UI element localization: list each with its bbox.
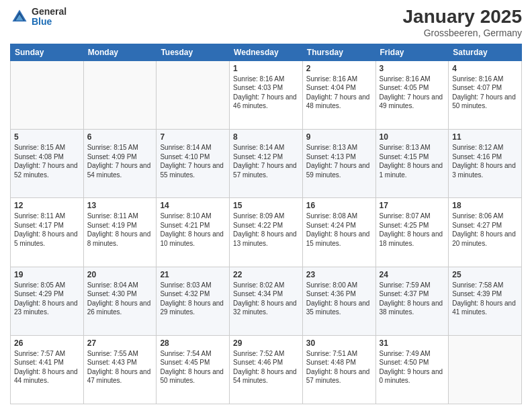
calendar-cell: 10Sunrise: 8:13 AM Sunset: 4:15 PM Dayli… (375, 130, 449, 198)
day-number: 18 (452, 201, 518, 210)
day-info: Sunrise: 8:11 AM Sunset: 4:17 PM Dayligh… (14, 212, 80, 248)
day-info: Sunrise: 7:54 AM Sunset: 4:45 PM Dayligh… (160, 349, 226, 385)
day-info: Sunrise: 8:00 AM Sunset: 4:36 PM Dayligh… (306, 281, 372, 317)
location-subtitle: Grossbeeren, Germany (403, 28, 522, 38)
day-info: Sunrise: 8:02 AM Sunset: 4:34 PM Dayligh… (233, 281, 299, 317)
day-number: 12 (14, 201, 80, 210)
day-number: 30 (306, 338, 372, 348)
calendar-cell: 26Sunrise: 7:57 AM Sunset: 4:41 PM Dayli… (11, 335, 84, 404)
calendar-table: Sunday Monday Tuesday Wednesday Thursday… (10, 44, 522, 404)
calendar-cell: 16Sunrise: 8:08 AM Sunset: 4:24 PM Dayli… (302, 198, 375, 267)
calendar-cell: 8Sunrise: 8:14 AM Sunset: 4:12 PM Daylig… (230, 130, 303, 198)
day-info: Sunrise: 8:16 AM Sunset: 4:05 PM Dayligh… (380, 75, 445, 111)
header-sunday: Sunday (11, 44, 84, 60)
day-info: Sunrise: 8:15 AM Sunset: 4:08 PM Dayligh… (14, 143, 80, 179)
title-section: January 2025 Grossbeeren, Germany (403, 7, 522, 38)
calendar-cell: 18Sunrise: 8:06 AM Sunset: 4:27 PM Dayli… (449, 198, 522, 267)
header-wednesday: Wednesday (230, 44, 303, 60)
day-info: Sunrise: 8:15 AM Sunset: 4:09 PM Dayligh… (87, 143, 153, 179)
day-info: Sunrise: 8:11 AM Sunset: 4:19 PM Dayligh… (87, 212, 153, 248)
calendar-cell: 2Sunrise: 8:16 AM Sunset: 4:04 PM Daylig… (302, 60, 375, 129)
calendar-cell: 6Sunrise: 8:15 AM Sunset: 4:09 PM Daylig… (83, 130, 157, 198)
calendar-cell: 4Sunrise: 8:16 AM Sunset: 4:07 PM Daylig… (449, 60, 522, 129)
day-number: 31 (380, 338, 445, 348)
calendar-cell: 14Sunrise: 8:10 AM Sunset: 4:21 PM Dayli… (157, 198, 230, 267)
day-info: Sunrise: 8:09 AM Sunset: 4:22 PM Dayligh… (233, 212, 299, 248)
day-info: Sunrise: 7:58 AM Sunset: 4:39 PM Dayligh… (452, 281, 518, 317)
month-title: January 2025 (403, 7, 522, 28)
day-number: 19 (14, 270, 80, 279)
calendar-cell (157, 60, 230, 129)
calendar-cell: 25Sunrise: 7:58 AM Sunset: 4:39 PM Dayli… (449, 267, 522, 335)
day-info: Sunrise: 8:05 AM Sunset: 4:29 PM Dayligh… (14, 281, 80, 317)
day-number: 11 (452, 132, 518, 142)
day-number: 8 (233, 132, 299, 142)
header-tuesday: Tuesday (157, 44, 230, 60)
day-number: 17 (380, 201, 445, 210)
calendar-cell: 20Sunrise: 8:04 AM Sunset: 4:30 PM Dayli… (83, 267, 157, 335)
calendar-cell: 30Sunrise: 7:51 AM Sunset: 4:48 PM Dayli… (302, 335, 375, 404)
calendar-cell: 31Sunrise: 7:49 AM Sunset: 4:50 PM Dayli… (375, 335, 449, 404)
calendar-cell: 17Sunrise: 8:07 AM Sunset: 4:25 PM Dayli… (375, 198, 449, 267)
calendar-cell: 9Sunrise: 8:13 AM Sunset: 4:13 PM Daylig… (302, 130, 375, 198)
day-number: 21 (160, 270, 226, 279)
day-number: 13 (87, 201, 153, 210)
day-info: Sunrise: 8:06 AM Sunset: 4:27 PM Dayligh… (452, 212, 518, 248)
day-number: 10 (380, 132, 445, 142)
day-number: 29 (233, 338, 299, 348)
day-info: Sunrise: 8:10 AM Sunset: 4:21 PM Dayligh… (160, 212, 226, 248)
day-number: 25 (452, 270, 518, 279)
header-saturday: Saturday (449, 44, 522, 60)
day-number: 6 (87, 132, 153, 142)
day-info: Sunrise: 8:16 AM Sunset: 4:03 PM Dayligh… (233, 75, 299, 111)
day-number: 7 (160, 132, 226, 142)
day-number: 14 (160, 201, 226, 210)
day-number: 24 (380, 270, 445, 279)
day-info: Sunrise: 8:07 AM Sunset: 4:25 PM Dayligh… (380, 212, 445, 248)
calendar-cell: 23Sunrise: 8:00 AM Sunset: 4:36 PM Dayli… (302, 267, 375, 335)
page-header: General Blue January 2025 Grossbeeren, G… (10, 7, 522, 38)
day-number: 22 (233, 270, 299, 279)
day-info: Sunrise: 8:14 AM Sunset: 4:10 PM Dayligh… (160, 143, 226, 179)
day-number: 28 (160, 338, 226, 348)
calendar-cell: 27Sunrise: 7:55 AM Sunset: 4:43 PM Dayli… (83, 335, 157, 404)
day-info: Sunrise: 8:04 AM Sunset: 4:30 PM Dayligh… (87, 281, 153, 317)
calendar-cell: 22Sunrise: 8:02 AM Sunset: 4:34 PM Dayli… (230, 267, 303, 335)
day-info: Sunrise: 7:55 AM Sunset: 4:43 PM Dayligh… (87, 349, 153, 385)
calendar-cell (449, 335, 522, 404)
calendar-cell: 1Sunrise: 8:16 AM Sunset: 4:03 PM Daylig… (230, 60, 303, 129)
calendar-week-4: 19Sunrise: 8:05 AM Sunset: 4:29 PM Dayli… (11, 267, 522, 335)
calendar-week-5: 26Sunrise: 7:57 AM Sunset: 4:41 PM Dayli… (11, 335, 522, 404)
day-number: 5 (14, 132, 80, 142)
header-friday: Friday (375, 44, 449, 60)
day-info: Sunrise: 8:03 AM Sunset: 4:32 PM Dayligh… (160, 281, 226, 317)
logo-icon (10, 7, 29, 26)
calendar-cell: 12Sunrise: 8:11 AM Sunset: 4:17 PM Dayli… (11, 198, 84, 267)
day-number: 2 (306, 64, 372, 73)
logo-text: General Blue (32, 7, 66, 28)
day-number: 9 (306, 132, 372, 142)
calendar-page: General Blue January 2025 Grossbeeren, G… (0, 0, 532, 411)
calendar-cell (11, 60, 84, 129)
day-info: Sunrise: 7:59 AM Sunset: 4:37 PM Dayligh… (380, 281, 445, 317)
calendar-week-2: 5Sunrise: 8:15 AM Sunset: 4:08 PM Daylig… (11, 130, 522, 198)
day-number: 3 (380, 64, 445, 73)
day-number: 23 (306, 270, 372, 279)
day-number: 27 (87, 338, 153, 348)
calendar-cell: 15Sunrise: 8:09 AM Sunset: 4:22 PM Dayli… (230, 198, 303, 267)
calendar-cell: 24Sunrise: 7:59 AM Sunset: 4:37 PM Dayli… (375, 267, 449, 335)
calendar-cell: 11Sunrise: 8:12 AM Sunset: 4:16 PM Dayli… (449, 130, 522, 198)
calendar-cell: 19Sunrise: 8:05 AM Sunset: 4:29 PM Dayli… (11, 267, 84, 335)
day-number: 26 (14, 338, 80, 348)
logo-blue: Blue (32, 17, 66, 27)
calendar-cell: 3Sunrise: 8:16 AM Sunset: 4:05 PM Daylig… (375, 60, 449, 129)
day-info: Sunrise: 8:08 AM Sunset: 4:24 PM Dayligh… (306, 212, 372, 248)
calendar-cell: 7Sunrise: 8:14 AM Sunset: 4:10 PM Daylig… (157, 130, 230, 198)
day-info: Sunrise: 8:16 AM Sunset: 4:07 PM Dayligh… (452, 75, 518, 111)
header-monday: Monday (83, 44, 157, 60)
day-info: Sunrise: 7:51 AM Sunset: 4:48 PM Dayligh… (306, 349, 372, 385)
logo-general: General (32, 7, 66, 17)
day-number: 15 (233, 201, 299, 210)
day-info: Sunrise: 8:12 AM Sunset: 4:16 PM Dayligh… (452, 143, 518, 179)
calendar-cell: 28Sunrise: 7:54 AM Sunset: 4:45 PM Dayli… (157, 335, 230, 404)
